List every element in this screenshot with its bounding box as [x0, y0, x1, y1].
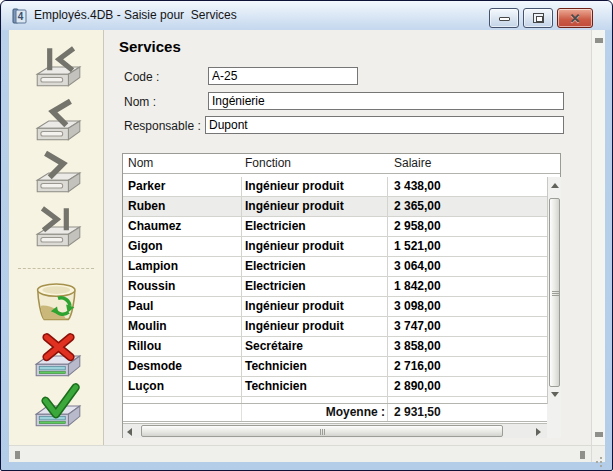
cell-fonction: Ingénieur produit [242, 297, 388, 316]
resize-grip[interactable] [591, 445, 605, 462]
cell-nom: Paul [123, 297, 242, 316]
first-record-icon [31, 42, 85, 90]
vertical-scroll-thumb[interactable] [549, 198, 560, 387]
table-vertical-scrollbar[interactable] [547, 177, 561, 404]
first-record-button[interactable] [31, 42, 85, 90]
title-bar[interactable]: 4 Employés.4DB - Saisie pour Services ✕ [2, 1, 611, 30]
nom-input[interactable] [208, 92, 564, 110]
cell-salaire: 2 958,00 [388, 217, 547, 236]
cell-nom: Lampion [123, 257, 242, 276]
table-body: ParkerIngénieur produit3 438,00RubenIngé… [123, 177, 547, 397]
cell-salaire: 2 365,00 [388, 197, 547, 216]
scroll-up-icon[interactable] [551, 183, 559, 188]
responsable-input[interactable] [205, 116, 564, 134]
previous-record-icon [31, 96, 85, 144]
last-record-button[interactable] [31, 202, 85, 250]
cell-salaire: 2 890,00 [388, 377, 547, 396]
table-header: Nom Fonction Salaire [123, 154, 560, 174]
app-window: 4 Employés.4DB - Saisie pour Services ✕ [0, 0, 613, 471]
scroll-right-icon[interactable] [580, 451, 585, 459]
cell-nom: Moulin [123, 317, 242, 336]
cell-nom: Rillou [123, 337, 242, 356]
code-input[interactable] [208, 67, 358, 85]
scroll-right-icon[interactable] [536, 428, 541, 436]
validate-record-button[interactable] [31, 383, 85, 431]
minimize-button[interactable] [489, 8, 519, 28]
cell-salaire: 3 064,00 [388, 257, 547, 276]
responsable-label: Responsable : [124, 119, 201, 133]
trash-recycle-icon [31, 280, 85, 328]
table-row[interactable]: LuçonTechnicien2 890,00 [123, 377, 547, 397]
cell-nom: Luçon [123, 377, 242, 396]
scroll-up-icon[interactable] [595, 38, 603, 43]
scroll-down-icon[interactable] [595, 432, 603, 437]
cell-nom: Gigon [123, 237, 242, 256]
thumb-grip-icon [320, 429, 321, 435]
cell-fonction: Electricien [242, 217, 388, 236]
footer-spacer-row [123, 397, 547, 404]
cell-nom: Ruben [123, 197, 242, 216]
code-label: Code : [124, 70, 159, 84]
next-record-button[interactable] [31, 148, 85, 196]
table-row[interactable]: LampionElectricien3 064,00 [123, 257, 547, 277]
form-title: Services [119, 38, 181, 55]
column-header-fonction: Fonction [242, 154, 388, 173]
table-row[interactable]: MoulinIngénieur produit3 747,00 [123, 317, 547, 337]
next-record-icon [31, 148, 85, 196]
cell-fonction: Electricien [242, 277, 388, 296]
cell-salaire: 1 842,00 [388, 277, 547, 296]
cancel-record-button[interactable] [31, 333, 85, 381]
cell-fonction: Secrétaire [242, 337, 388, 356]
cell-fonction: Technicien [242, 357, 388, 376]
table-row[interactable]: RoussinElectricien1 842,00 [123, 277, 547, 297]
employees-table: Nom Fonction Salaire ParkerIngénieur pro… [122, 153, 561, 438]
cell-nom: Roussin [123, 277, 242, 296]
cancel-x-drive-icon [31, 333, 85, 381]
restore-button[interactable] [523, 8, 553, 28]
cell-salaire: 3 858,00 [388, 337, 547, 356]
table-row[interactable]: ChaumezElectricien2 958,00 [123, 217, 547, 237]
column-header-salaire: Salaire [388, 154, 560, 173]
scroll-left-icon[interactable] [15, 451, 20, 459]
minimize-icon [499, 17, 510, 21]
window-content: Services Code : Nom : Responsable : Nom … [9, 30, 605, 462]
horizontal-scroll-thumb[interactable] [141, 425, 503, 437]
close-button[interactable]: ✕ [557, 8, 593, 28]
toolbar-separator [18, 268, 94, 269]
delete-record-button[interactable] [31, 280, 85, 328]
window-horizontal-scrollbar[interactable] [9, 445, 591, 462]
window-title: Employés.4DB - Saisie pour Services [34, 8, 237, 22]
nom-label: Nom : [124, 95, 156, 109]
resize-grip-icon [600, 457, 602, 459]
table-row[interactable]: DesmodeTechnicien2 716,00 [123, 357, 547, 377]
cell-salaire: 1 521,00 [388, 237, 547, 256]
table-row[interactable]: ParkerIngénieur produit3 438,00 [123, 177, 547, 197]
table-scrollbar-corner [547, 404, 561, 438]
table-row[interactable]: GigonIngénieur produit1 521,00 [123, 237, 547, 257]
last-record-icon [31, 202, 85, 250]
table-row[interactable]: PaulIngénieur produit3 098,00 [123, 297, 547, 317]
cell-nom: Parker [123, 177, 242, 196]
column-header-nom: Nom [123, 154, 242, 173]
cell-fonction: Technicien [242, 377, 388, 396]
cell-fonction: Electricien [242, 257, 388, 276]
app-4d-icon: 4 [11, 7, 29, 25]
cell-nom: Desmode [123, 357, 242, 376]
previous-record-button[interactable] [31, 96, 85, 144]
close-icon: ✕ [558, 9, 592, 27]
table-horizontal-scrollbar[interactable] [123, 423, 547, 438]
cell-fonction: Ingénieur produit [242, 197, 388, 216]
scroll-down-icon[interactable] [551, 392, 559, 397]
cell-nom: Chaumez [123, 217, 242, 236]
window-vertical-scrollbar[interactable] [591, 30, 605, 445]
cell-salaire: 2 716,00 [388, 357, 547, 376]
scroll-left-icon[interactable] [127, 428, 132, 436]
average-value: 2 931,50 [388, 404, 547, 421]
restore-icon [533, 13, 544, 23]
table-row[interactable]: RillouSecrétaire3 858,00 [123, 337, 547, 357]
table-row[interactable]: RubenIngénieur produit2 365,00 [123, 197, 547, 217]
thumb-grip-icon [552, 291, 559, 292]
average-label: Moyenne : [242, 404, 388, 421]
cell-salaire: 3 438,00 [388, 177, 547, 196]
validate-check-drive-icon [31, 383, 85, 431]
